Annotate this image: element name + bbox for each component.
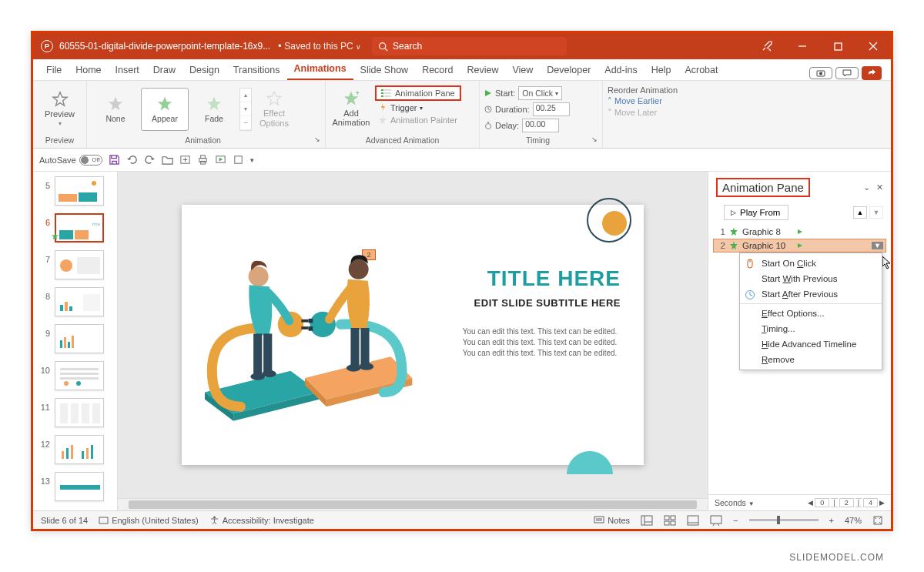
- trigger-button[interactable]: Trigger ▾: [375, 102, 461, 113]
- undo-icon[interactable]: [126, 154, 138, 166]
- tab-view[interactable]: View: [505, 60, 540, 80]
- share-button[interactable]: [862, 66, 882, 80]
- svg-rect-99: [99, 517, 108, 523]
- camera-button[interactable]: [809, 67, 832, 79]
- effect-options-button: Effect Options: [253, 85, 295, 134]
- svg-marker-21: [379, 115, 387, 124]
- delay-icon: [484, 122, 492, 129]
- accessibility-status[interactable]: Accessibility: Investigate: [209, 515, 314, 525]
- slide-body-text[interactable]: You can edit this text. This text can be…: [459, 326, 621, 359]
- new-slide-icon[interactable]: [179, 154, 191, 166]
- slide-title-block[interactable]: TITLE HERE EDIT SLIDE SUBTITLE HERE: [474, 266, 621, 309]
- touch-mode-icon[interactable]: [233, 154, 244, 166]
- tab-file[interactable]: File: [39, 60, 69, 80]
- maximize-button[interactable]: [820, 33, 855, 59]
- menu-hide-timeline[interactable]: Hide Advanced Timeline: [740, 336, 882, 352]
- move-up-button[interactable]: ▲: [853, 206, 867, 219]
- reading-view-icon[interactable]: [687, 515, 699, 526]
- move-earlier-button[interactable]: ˄ Move Earlier: [608, 96, 678, 106]
- svg-marker-11: [207, 96, 221, 109]
- timeline-ruler[interactable]: ◀ 0 | 2 | 4 ▶: [808, 498, 885, 507]
- start-dropdown[interactable]: On Click ▾: [518, 86, 562, 100]
- minimize-button[interactable]: [785, 33, 820, 59]
- thumb-11[interactable]: [55, 398, 104, 427]
- animation-none[interactable]: None: [92, 88, 139, 131]
- tab-addins[interactable]: Add-ins: [598, 60, 644, 80]
- tab-acrobat[interactable]: Acrobat: [678, 60, 725, 80]
- menu-effect-options[interactable]: Effect Options...: [740, 303, 882, 321]
- tab-record[interactable]: Record: [415, 60, 460, 80]
- preview-button[interactable]: Preview ▾: [39, 84, 81, 133]
- notes-button[interactable]: Notes: [594, 516, 630, 525]
- tab-developer[interactable]: Developer: [540, 60, 598, 80]
- pane-dropdown-icon[interactable]: ⌄: [863, 182, 870, 192]
- print-icon[interactable]: [197, 154, 209, 166]
- menu-remove[interactable]: Remove: [740, 352, 882, 367]
- save-status[interactable]: Saved to this PC ∨: [284, 41, 372, 52]
- fit-to-window-icon[interactable]: [872, 515, 883, 526]
- file-name[interactable]: 60555-01-digital-divide-powerpoint-templ…: [59, 41, 275, 52]
- tab-animations[interactable]: Animations: [287, 59, 353, 80]
- animation-gallery-scroll[interactable]: ▴▾⎼: [239, 88, 252, 131]
- zoom-slider[interactable]: [749, 519, 819, 521]
- thumb-10[interactable]: [55, 361, 104, 390]
- redo-icon[interactable]: [144, 154, 156, 166]
- seconds-label[interactable]: Seconds ▼: [715, 498, 755, 507]
- tab-transitions[interactable]: Transitions: [226, 60, 287, 80]
- thumb-8[interactable]: [55, 287, 104, 316]
- close-button[interactable]: [855, 33, 891, 59]
- add-animation-button[interactable]: + Add Animation: [330, 84, 372, 133]
- tab-draw[interactable]: Draw: [146, 60, 182, 80]
- search-box[interactable]: Search: [372, 37, 567, 55]
- tab-home[interactable]: Home: [69, 60, 108, 80]
- sorter-view-icon[interactable]: [664, 515, 676, 526]
- menu-start-on-click[interactable]: Start On Click: [740, 256, 882, 271]
- language-status[interactable]: English (United States): [99, 515, 199, 525]
- tab-design[interactable]: Design: [182, 60, 226, 80]
- menu-start-with-previous[interactable]: Start With Previous: [740, 271, 882, 286]
- slide-counter[interactable]: Slide 6 of 14: [41, 516, 88, 525]
- folder-icon[interactable]: [162, 154, 173, 166]
- play-from-button[interactable]: ▷ Play From: [724, 205, 788, 220]
- tab-insert[interactable]: Insert: [109, 60, 146, 80]
- slide-graphic[interactable]: [197, 228, 413, 428]
- slideshow-view-icon[interactable]: [710, 515, 722, 526]
- duration-input[interactable]: 00.25: [533, 102, 570, 116]
- thumb-9[interactable]: [55, 324, 104, 353]
- thumb-7[interactable]: [55, 250, 104, 279]
- status-bar: Slide 6 of 14 English (United States) Ac…: [33, 510, 891, 529]
- animation-item-2[interactable]: 2 Graphic 10 ▼: [713, 239, 886, 253]
- pane-close-icon[interactable]: ✕: [876, 182, 883, 192]
- delay-input[interactable]: 00.00: [522, 119, 559, 132]
- menu-start-after-previous[interactable]: Start After Previous: [740, 286, 882, 302]
- save-icon[interactable]: [109, 154, 120, 166]
- svg-rect-110: [671, 521, 675, 525]
- animation-appear[interactable]: Appear: [141, 88, 189, 131]
- thumb-12[interactable]: [55, 435, 104, 464]
- tab-help[interactable]: Help: [644, 60, 678, 80]
- slide[interactable]: 2 TITLE HERE EDIT SLIDE SUBTITLE HERE Yo…: [182, 205, 644, 465]
- item-dropdown-arrow[interactable]: ▼: [872, 242, 883, 249]
- cursor-icon: [882, 256, 892, 269]
- normal-view-icon[interactable]: [641, 515, 653, 526]
- titlebar-rocket-icon[interactable]: [749, 33, 785, 59]
- thumb-13[interactable]: [55, 472, 104, 501]
- zoom-out-button[interactable]: −: [733, 516, 738, 525]
- slide-thumbnails[interactable]: 5 6TITLE 7 8 9 10 11 12 13: [33, 172, 118, 510]
- zoom-percent[interactable]: 47%: [845, 516, 862, 525]
- svg-rect-88: [350, 328, 359, 366]
- autosave-toggle[interactable]: AutoSave Off: [39, 155, 102, 166]
- comments-button[interactable]: [835, 67, 859, 79]
- thumb-5[interactable]: [55, 176, 104, 206]
- animation-fade[interactable]: Fade: [190, 88, 238, 131]
- zoom-in-button[interactable]: +: [829, 516, 834, 525]
- thumb-6[interactable]: TITLE: [55, 213, 104, 243]
- menu-timing[interactable]: Timing...: [740, 321, 882, 336]
- horizontal-scrollbar[interactable]: [118, 498, 708, 510]
- animation-pane-button[interactable]: Animation Pane: [375, 85, 461, 101]
- from-beginning-icon[interactable]: [215, 154, 226, 166]
- toggle-off-icon[interactable]: Off: [79, 155, 102, 166]
- tab-review[interactable]: Review: [460, 60, 505, 80]
- animation-item-1[interactable]: 1 Graphic 8: [713, 225, 886, 239]
- tab-slideshow[interactable]: Slide Show: [353, 60, 416, 80]
